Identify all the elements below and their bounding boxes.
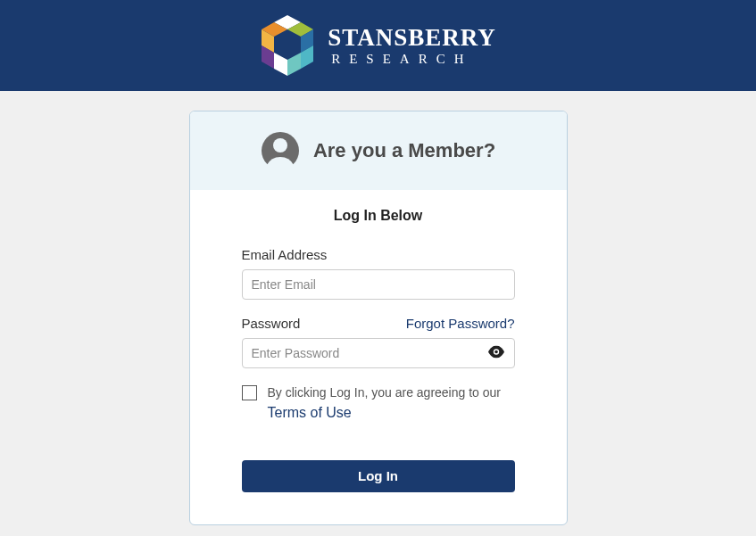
terms-text: By clicking Log In, you are agreeing to … [268, 384, 502, 423]
cube-logo-icon [260, 13, 315, 78]
terms-checkbox[interactable] [242, 385, 257, 400]
member-question: Are you a Member? [313, 139, 495, 162]
svg-marker-8 [287, 53, 301, 76]
forgot-password-link[interactable]: Forgot Password? [406, 316, 515, 331]
svg-point-10 [273, 138, 287, 153]
brand-text: STANSBERRY RESEARCH [328, 24, 496, 67]
user-icon [261, 131, 300, 170]
svg-marker-7 [274, 53, 287, 76]
terms-of-use-link[interactable]: Terms of Use [268, 403, 352, 423]
email-input[interactable] [242, 269, 515, 300]
password-label: Password [242, 316, 301, 331]
login-below-heading: Log In Below [242, 208, 515, 224]
password-input[interactable] [242, 338, 515, 368]
email-label: Email Address [242, 247, 515, 262]
login-button[interactable]: Log In [242, 460, 515, 492]
eye-icon [488, 348, 504, 361]
login-card: Are you a Member? Log In Below Email Add… [189, 111, 568, 525]
svg-point-12 [494, 350, 498, 354]
toggle-password-visibility-button[interactable] [486, 344, 506, 363]
site-header: STANSBERRY RESEARCH [0, 0, 756, 91]
card-body: Log In Below Email Address Password Forg… [190, 190, 567, 524]
card-header: Are you a Member? [190, 111, 567, 190]
brand-name: STANSBERRY [328, 24, 496, 52]
brand-subtitle: RESEARCH [328, 52, 496, 67]
terms-prefix: By clicking Log In, you are agreeing to … [268, 385, 502, 400]
brand-logo: STANSBERRY RESEARCH [260, 13, 496, 78]
